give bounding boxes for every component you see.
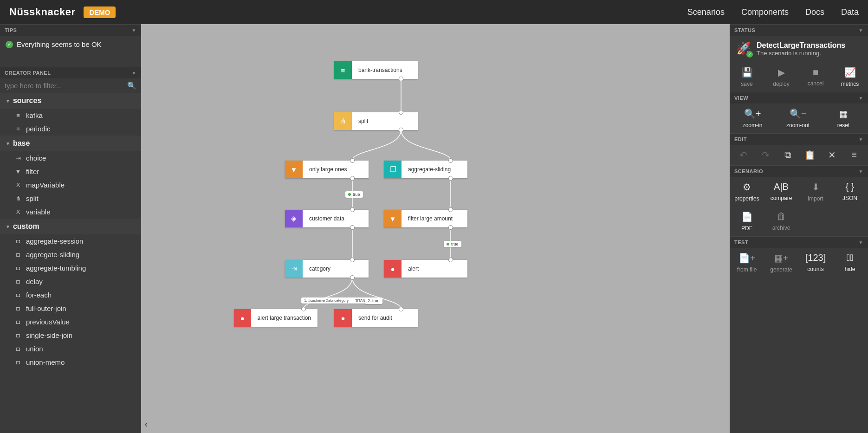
item-split[interactable]: ⋔split <box>0 192 141 205</box>
item-previousvalue[interactable]: ◘previousValue <box>0 315 141 329</box>
node-only-large[interactable]: ▼ only large ones <box>285 161 369 178</box>
redo-button[interactable]: ↷ <box>756 149 775 161</box>
group-custom[interactable]: ▼custom <box>0 219 141 234</box>
pdf-button[interactable]: 📄PDF <box>730 207 764 236</box>
node-customer-data[interactable]: ◈ customer data <box>285 210 369 227</box>
port[interactable] <box>350 207 355 212</box>
layout-button[interactable]: ≡ <box>845 149 863 161</box>
item-aggregate-tumbling[interactable]: ◘aggregate-tumbling <box>0 261 141 275</box>
compare-button[interactable]: A|Bcompare <box>764 177 798 207</box>
node-aggregate-sliding[interactable]: ❐ aggregate-sliding <box>384 161 467 178</box>
top-nav: Scenarios Components Docs Data <box>687 7 859 17</box>
creator-header[interactable]: CREATOR PANEL ▼ <box>0 67 141 78</box>
item-mapvariable[interactable]: XmapVariable <box>0 178 141 192</box>
canvas[interactable]: ≡ bank-transactions ⋔ split ▼ only large… <box>141 24 730 433</box>
node-alert-large-transaction[interactable]: ● alert large transaction <box>234 309 317 327</box>
port[interactable] <box>301 307 306 311</box>
json-button[interactable]: { }JSON <box>833 177 867 207</box>
database-icon: ≡ <box>15 125 21 132</box>
port[interactable] <box>350 258 355 262</box>
port[interactable] <box>350 275 355 280</box>
view-header[interactable]: VIEW▼ <box>730 92 868 103</box>
zoom-out-button[interactable]: 🔍−zoom-out <box>775 103 821 133</box>
reset-button[interactable]: ▦reset <box>821 103 866 133</box>
node-category[interactable]: ⇥ category <box>285 260 369 278</box>
generate-button[interactable]: ▦+generate <box>764 248 798 278</box>
port[interactable] <box>399 307 403 311</box>
status-header[interactable]: STATUS▼ <box>730 24 868 36</box>
save-button[interactable]: 💾save <box>730 62 764 92</box>
item-kafka[interactable]: ≡kafka <box>0 109 141 122</box>
port[interactable] <box>399 110 403 115</box>
counts-icon: [123] <box>805 252 826 263</box>
port[interactable] <box>448 207 453 212</box>
tips-header[interactable]: TIPS ▼ <box>0 24 141 36</box>
item-union[interactable]: ◘union <box>0 342 141 355</box>
item-single-side-join[interactable]: ◘single-side-join <box>0 329 141 342</box>
collapse-left-button[interactable]: ‹ <box>145 420 148 429</box>
scenario-actions: ⚙properties A|Bcompare ⬇import { }JSON 📄… <box>730 177 868 236</box>
port[interactable] <box>399 128 403 132</box>
filter-input[interactable] <box>5 82 127 90</box>
sink-icon: ● <box>234 309 251 327</box>
paste-button[interactable]: 📋 <box>801 149 819 161</box>
port[interactable] <box>448 158 453 163</box>
search-icon[interactable]: 🔍 <box>127 81 136 90</box>
item-full-outer-join[interactable]: ◘full-outer-join <box>0 302 141 315</box>
node-alert[interactable]: ● alert <box>384 260 467 278</box>
item-periodic[interactable]: ≡periodic <box>0 122 141 136</box>
from-file-button[interactable]: 📄+from file <box>730 248 764 278</box>
item-choice[interactable]: ⇥choice <box>0 151 141 165</box>
group-sources[interactable]: ▼sources <box>0 93 141 109</box>
undo-button[interactable]: ↶ <box>734 149 753 161</box>
counts-button[interactable]: [123]counts <box>798 248 833 278</box>
hide-button[interactable]: 👁⃠hide <box>833 248 867 278</box>
item-filter[interactable]: ▼filter <box>0 165 141 178</box>
port[interactable] <box>350 225 355 230</box>
port[interactable] <box>350 176 355 181</box>
cube-icon: ◘ <box>15 305 21 312</box>
archive-button[interactable]: 🗑archive <box>764 207 798 236</box>
copy-button[interactable]: ⧉ <box>778 149 797 161</box>
pdf-icon: 📄 <box>741 211 753 222</box>
import-button[interactable]: ⬇import <box>798 177 833 207</box>
node-split[interactable]: ⋔ split <box>334 112 418 130</box>
port[interactable] <box>448 258 453 262</box>
item-variable[interactable]: Xvariable <box>0 205 141 219</box>
port[interactable] <box>399 77 403 81</box>
cube-icon: ◘ <box>15 318 21 325</box>
deploy-button[interactable]: ▶deploy <box>764 62 798 92</box>
edit-header[interactable]: EDIT▼ <box>730 133 868 145</box>
rocket-icon: 🚀✓ <box>736 41 751 57</box>
zoom-in-button[interactable]: 🔍+zoom-in <box>730 103 775 133</box>
scenario-header[interactable]: SCENARIO▼ <box>730 165 868 177</box>
delete-button[interactable]: ✕ <box>823 149 841 161</box>
item-delay[interactable]: ◘delay <box>0 275 141 288</box>
item-aggregate-session[interactable]: ◘aggregate-session <box>0 234 141 248</box>
properties-button[interactable]: ⚙properties <box>730 177 764 207</box>
node-bank-transactions[interactable]: ≡ bank-transactions <box>334 61 418 79</box>
item-aggregate-sliding[interactable]: ◘aggregate-sliding <box>0 248 141 261</box>
nav-components[interactable]: Components <box>741 7 789 17</box>
node-label: split <box>352 112 375 130</box>
port[interactable] <box>350 158 355 163</box>
item-for-each[interactable]: ◘for-each <box>0 288 141 302</box>
tips-message: Everything seems to be OK <box>17 40 102 48</box>
node-send-audit[interactable]: ● send for audit <box>334 309 418 327</box>
node-filter-large-amount[interactable]: ▼ filter large amount <box>384 210 467 227</box>
nav-scenarios[interactable]: Scenarios <box>687 7 725 17</box>
test-header[interactable]: TEST▼ <box>730 236 868 248</box>
json-icon: { } <box>846 181 855 192</box>
port[interactable] <box>448 176 453 181</box>
node-label: aggregate-sliding <box>402 161 457 178</box>
group-base[interactable]: ▼base <box>0 136 141 151</box>
cancel-button[interactable]: ■cancel <box>798 62 833 92</box>
diamond-icon: ◈ <box>285 210 303 227</box>
metrics-button[interactable]: 📈metrics <box>833 62 867 92</box>
zoom-out-icon: 🔍− <box>790 108 807 119</box>
port[interactable] <box>448 225 453 230</box>
nav-data[interactable]: Data <box>841 7 859 17</box>
view-actions: 🔍+zoom-in 🔍−zoom-out ▦reset <box>730 103 868 133</box>
item-union-memo[interactable]: ◘union-memo <box>0 355 141 369</box>
nav-docs[interactable]: Docs <box>805 7 824 17</box>
